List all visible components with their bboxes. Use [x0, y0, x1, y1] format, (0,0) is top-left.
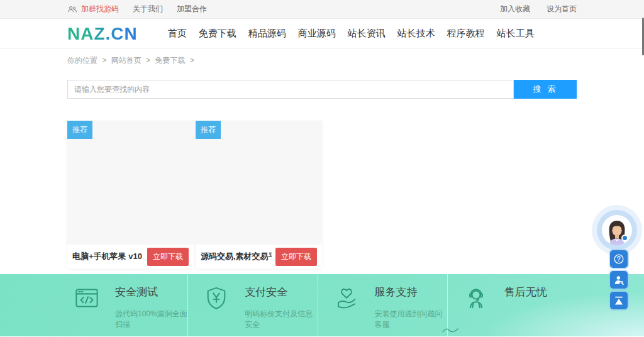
back-to-top-button[interactable]	[610, 292, 628, 309]
topbar-link-about-us[interactable]: 关于我们	[133, 4, 163, 14]
card-list: 推荐 电脑+手机苹果 v10 cms... 立即下载 推荐 源码交易,素材交易平…	[67, 121, 577, 268]
question-mark-icon	[613, 253, 625, 265]
nav-item-free-download[interactable]: 免费下载	[199, 28, 236, 40]
headset-icon	[464, 286, 488, 310]
feature-after-sales: 售后无忧	[447, 274, 577, 336]
breadcrumb-home-link[interactable]: 网站首页	[111, 56, 142, 65]
feature-subtitle: 源代码100%漏洞全面扫描	[115, 309, 187, 330]
feature-title: 售后无忧	[504, 285, 547, 299]
card-thumbnail	[67, 121, 194, 245]
avatar-ring-outer	[592, 205, 642, 255]
breadcrumb-separator: >	[146, 56, 150, 65]
download-button[interactable]: 立即下载	[275, 248, 317, 266]
feature-title: 服务支持	[375, 285, 447, 299]
shield-yuan-icon	[204, 286, 228, 310]
feature-security-test: 安全测试 源代码100%漏洞全面扫描	[67, 274, 187, 336]
feature-subtitle: 安装使用遇到问题问客服	[375, 309, 447, 330]
breadcrumb-label: 你的位置	[67, 56, 97, 65]
online-status-dot	[621, 235, 628, 241]
breadcrumb-separator: >	[102, 56, 106, 65]
search-input[interactable]	[67, 80, 514, 99]
card-title: 电脑+手机苹果 v10 cms...	[72, 251, 143, 262]
site-logo[interactable]: NAZ.CN	[67, 24, 138, 44]
nav-item-webmaster-news[interactable]: 站长资讯	[348, 28, 386, 40]
search-button[interactable]: 搜 索	[514, 80, 577, 99]
breadcrumb-current-link[interactable]: 免费下载	[155, 56, 185, 65]
code-window-icon	[75, 286, 99, 310]
topbar-link-set-homepage[interactable]: 设为首页	[547, 4, 577, 14]
feature-payment-safety: 支付安全 明码标价支付及信息安全	[187, 274, 317, 336]
customer-service-icon	[613, 274, 625, 286]
topbar-link-find-source-group[interactable]: 加群找源码	[81, 4, 119, 14]
recommend-badge: 推荐	[67, 121, 92, 139]
hand-heart-icon	[335, 286, 358, 310]
feature-title: 支付安全	[245, 285, 317, 299]
source-card[interactable]: 推荐 电脑+手机苹果 v10 cms... 立即下载	[67, 121, 194, 268]
breadcrumb-separator: >	[190, 56, 194, 65]
main-nav: 首页 免费下载 精品源码 商业源码 站长资讯 站长技术 程序教程 站长工具	[168, 28, 547, 40]
customer-service-button[interactable]	[610, 271, 628, 289]
customer-service-avatar[interactable]	[602, 215, 632, 245]
topbar-link-add-favorite[interactable]: 加入收藏	[500, 4, 530, 14]
help-button[interactable]	[610, 250, 628, 268]
group-people-icon	[67, 5, 77, 13]
download-button[interactable]: 立即下载	[147, 248, 189, 266]
source-card[interactable]: 推荐 源码交易,素材交易平台,... 立即下载	[196, 121, 322, 268]
card-thumbnail	[196, 121, 322, 245]
topbar: 加群找源码 关于我们 加盟合作 加入收藏 设为首页	[0, 0, 644, 19]
nav-item-program-tutorials[interactable]: 程序教程	[447, 28, 485, 40]
topbar-link-join-cooperation[interactable]: 加盟合作	[177, 4, 207, 14]
nav-item-commercial-source[interactable]: 商业源码	[298, 28, 336, 40]
nav-item-webmaster-tech[interactable]: 站长技术	[397, 28, 435, 40]
decorative-squiggle	[442, 327, 458, 333]
recommend-badge: 推荐	[196, 121, 221, 139]
feature-footer: 安全测试 源代码100%漏洞全面扫描 支付安全 明码标价支付及信息安全	[0, 274, 644, 336]
nav-item-webmaster-tools[interactable]: 站长工具	[497, 28, 535, 40]
feature-title: 安全测试	[115, 285, 187, 299]
site-header: NAZ.CN 首页 免费下载 精品源码 商业源码 站长资讯 站长技术 程序教程 …	[0, 19, 644, 49]
breadcrumb: 你的位置 > 网站首页 > 免费下载 >	[67, 55, 577, 66]
nav-item-premium-source[interactable]: 精品源码	[248, 28, 286, 40]
feature-service-support: 服务支持 安装使用遇到问题问客服	[318, 274, 447, 336]
card-title: 源码交易,素材交易平台,...	[201, 251, 272, 262]
search-bar: 搜 索	[67, 80, 577, 99]
feature-subtitle: 明码标价支付及信息安全	[245, 309, 317, 330]
back-to-top-icon	[613, 295, 625, 306]
nav-item-home[interactable]: 首页	[168, 28, 187, 40]
